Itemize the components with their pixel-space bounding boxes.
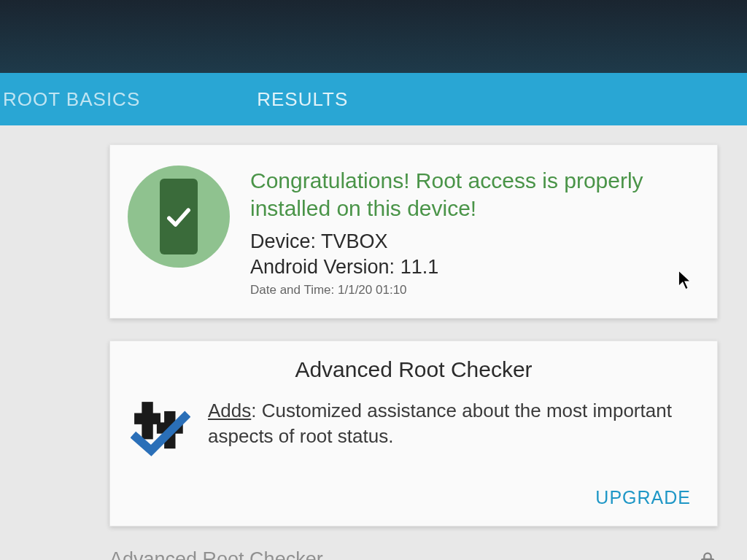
next-card-peek: Advanced Root Checker — [0, 548, 747, 560]
upgrade-button[interactable]: UPGRADE — [589, 483, 697, 513]
datetime-label: Date and Time: — [250, 283, 334, 297]
adds-label: Adds — [208, 400, 251, 421]
device-value: TVBOX — [321, 230, 388, 252]
phone-icon — [160, 179, 198, 254]
android-version-line: Android Version: 11.1 — [250, 254, 697, 280]
peek-title: Advanced Root Checker — [109, 548, 323, 560]
upgrade-row: UPGRADE — [131, 483, 697, 513]
status-text-block: Congratulations! Root access is properly… — [250, 166, 697, 298]
tab-results[interactable]: RESULTS — [228, 74, 377, 125]
app-header-dark — [0, 0, 747, 73]
svg-rect-1 — [134, 413, 160, 424]
advanced-description: Adds: Customized assistance about the mo… — [208, 398, 697, 449]
tab-root-basics[interactable]: ROOT BASICS — [3, 74, 169, 125]
checkmark-icon — [163, 201, 195, 233]
datetime-value: 1/1/20 01:10 — [338, 283, 407, 297]
supersu-icon — [131, 398, 190, 458]
datetime-line: Date and Time: 1/1/20 01:10 — [250, 283, 697, 298]
tab-bar: ROOT BASICS RESULTS — [0, 73, 747, 125]
advanced-card-body: Adds: Customized assistance about the mo… — [131, 398, 697, 458]
advanced-card-title: Advanced Root Checker — [131, 357, 697, 382]
device-label: Device: — [250, 230, 316, 252]
status-headline: Congratulations! Root access is properly… — [250, 167, 697, 222]
android-version-value: 11.1 — [400, 256, 439, 278]
lock-icon — [697, 550, 718, 560]
root-status-card: Congratulations! Root access is properly… — [109, 144, 718, 319]
device-line: Device: TVBOX — [250, 229, 697, 254]
advanced-root-checker-card: Advanced Root Checker Adds: Customized a… — [109, 341, 718, 526]
content-area: Congratulations! Root access is properly… — [0, 125, 747, 526]
advanced-description-text: : Customized assistance about the most i… — [208, 400, 672, 447]
android-version-label: Android Version: — [250, 256, 395, 278]
status-success-icon — [128, 166, 230, 268]
